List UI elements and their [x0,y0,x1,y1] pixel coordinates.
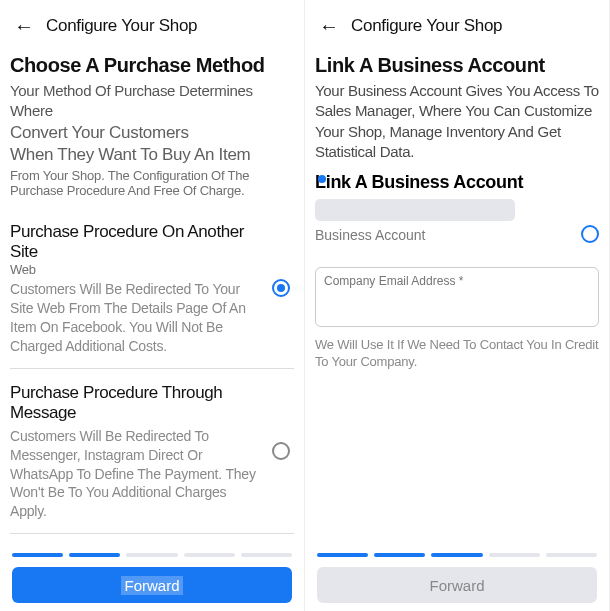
forward-button[interactable]: Forward [317,567,597,603]
progress-bar [317,553,597,557]
option-body: Customers Will Be Redirected To Your Sit… [10,280,258,356]
business-account-label: Business Account [315,227,426,243]
option-body: Customers Will Be Redirected To Messenge… [10,427,258,521]
lead-line-1: Your Method Of Purchase Determines Where [10,81,294,122]
lead-line-2: Convert Your Customers [10,122,294,144]
radio-business-account[interactable] [581,225,599,243]
header: ← Configure Your Shop [315,10,599,50]
option-another-site[interactable]: Purchase Procedure On Another Site Web C… [10,208,294,369]
forward-button[interactable]: Forward [12,567,292,603]
option-title: Purchase Procedure Through Message [10,383,258,424]
header-title: Configure Your Shop [351,16,502,36]
business-account-block: Link A Business Account Business Account [315,172,599,243]
lead-line-3: When They Want To Buy An Item [10,144,294,166]
option-title: Purchase Procedure On Another Site [10,222,258,263]
progress-seg [241,553,292,557]
progress-seg [489,553,540,557]
lead-text: Your Business Account Gives You Access T… [315,81,599,162]
progress-seg [317,553,368,557]
footer: Forward [317,553,597,603]
page-title: Choose A Purchase Method [10,54,294,77]
lead-line-4: From Your Shop. The Configuration Of The… [10,168,294,198]
pane-purchase-method: ← Configure Your Shop Choose A Purchase … [0,0,305,611]
business-account-field[interactable] [315,199,515,221]
pane-link-business: ← Configure Your Shop Link A Business Ac… [305,0,610,611]
progress-seg [12,553,63,557]
subtitle: Link A Business Account [315,172,599,193]
radio-another-site[interactable] [272,279,290,297]
option-through-message[interactable]: Purchase Procedure Through Message Custo… [10,369,294,534]
back-icon[interactable]: ← [319,16,339,36]
page-title: Link A Business Account [315,54,599,77]
progress-seg [546,553,597,557]
progress-bar [12,553,292,557]
option-subtag: Web [10,262,258,277]
progress-seg [374,553,425,557]
radio-through-message[interactable] [272,442,290,460]
progress-seg [69,553,120,557]
header: ← Configure Your Shop [10,10,294,50]
footer: Forward [12,553,292,603]
company-email-input[interactable] [315,267,599,327]
progress-seg [431,553,482,557]
header-title: Configure Your Shop [46,16,197,36]
back-icon[interactable]: ← [14,16,34,36]
progress-seg [126,553,177,557]
progress-seg [184,553,235,557]
email-helper-text: We Will Use It If We Need To Contact You… [315,337,599,371]
